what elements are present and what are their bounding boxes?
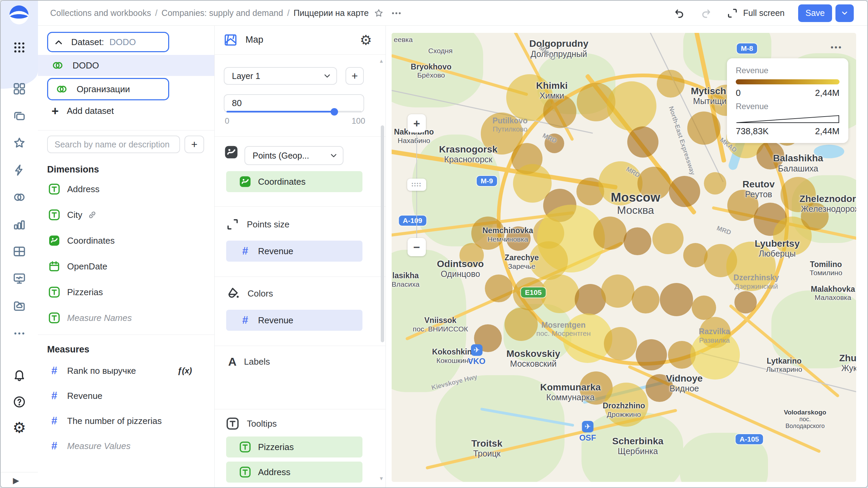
- field-search-input[interactable]: [47, 136, 180, 153]
- collapse-panel-icon[interactable]: ▶: [13, 476, 19, 485]
- dimension-row[interactable]: Address: [38, 179, 214, 199]
- dataset-item-dodo[interactable]: DODO: [38, 55, 214, 76]
- opacity-slider-handle[interactable]: [331, 108, 338, 116]
- map-city-label: BalashikhaБалашиха: [773, 153, 823, 173]
- zoom-in-button[interactable]: +: [408, 114, 426, 133]
- save-options-chevron-button[interactable]: [835, 4, 854, 22]
- breadcrumb-item[interactable]: Пиццерии на карте: [294, 8, 369, 18]
- labels-icon: A: [228, 355, 237, 368]
- scroll-down-arrow[interactable]: ▼: [379, 475, 384, 481]
- monitoring-icon[interactable]: [1, 272, 38, 285]
- apps-grid-icon[interactable]: [1, 41, 38, 54]
- dataset-panel: Dataset: DODO DODO Организации + Add dat…: [38, 25, 215, 487]
- dimension-row[interactable]: OpenDate: [38, 257, 214, 276]
- undo-icon[interactable]: [672, 6, 687, 21]
- field-chip-label: Address: [258, 467, 290, 477]
- points-size-title: Points size: [247, 219, 290, 230]
- dimension-row[interactable]: Pizzerias: [38, 282, 214, 302]
- measure-row[interactable]: #Measure Values: [38, 436, 214, 456]
- add-layer-button[interactable]: +: [346, 67, 364, 85]
- legend-size-max: 2,44M: [815, 126, 840, 137]
- dimension-row[interactable]: Measure Names: [38, 308, 214, 328]
- measure-row[interactable]: #Revenue: [38, 386, 214, 406]
- datasets-icon[interactable]: [1, 190, 38, 204]
- panel-divider: [215, 346, 386, 346]
- layer-select[interactable]: Layer 1: [224, 67, 337, 85]
- zoom-out-button[interactable]: −: [408, 238, 426, 256]
- notifications-bell-icon[interactable]: [1, 368, 38, 382]
- breadcrumb-more-icon[interactable]: [389, 6, 404, 21]
- dataset-item-organizations[interactable]: Организации: [47, 78, 169, 100]
- link-icon: [87, 210, 97, 220]
- dimensions-title: Dimensions: [47, 164, 99, 175]
- panel-scrollbar-thumb[interactable]: [381, 125, 384, 342]
- geotype-row: [224, 145, 239, 160]
- field-label: Measure Names: [67, 313, 132, 323]
- more-dots-icon[interactable]: [1, 327, 38, 340]
- zoom-slider-handle[interactable]: ••••••••: [407, 179, 426, 191]
- road-badge: M-8: [737, 43, 757, 54]
- measure-row[interactable]: #Rank по выручкеƒ(x): [38, 361, 214, 381]
- geotype-select[interactable]: Points (Geop...: [244, 146, 343, 165]
- airplane-icon: ✈: [471, 344, 482, 356]
- panel-divider: [38, 334, 214, 335]
- fullscreen-icon[interactable]: [725, 6, 740, 21]
- dimension-row[interactable]: City: [38, 205, 214, 225]
- field-type-icon: [47, 260, 61, 272]
- colors-field-chip[interactable]: # Revenue: [226, 310, 362, 331]
- quick-actions-bolt-icon[interactable]: [1, 163, 38, 177]
- tooltips-title: Tooltips: [247, 419, 277, 429]
- tooltip-field-chip[interactable]: Address: [226, 462, 362, 483]
- datalens-logo-icon[interactable]: [8, 4, 30, 27]
- breadcrumb-separator: /: [287, 8, 290, 18]
- dimension-row[interactable]: Coordinates: [38, 231, 214, 250]
- breadcrumb-item[interactable]: Companies: supply and demand: [161, 8, 283, 18]
- airplane-icon: ✈: [582, 421, 593, 432]
- geopoint-icon: [238, 175, 252, 188]
- text-field-icon: [238, 441, 252, 453]
- save-button[interactable]: Save: [798, 4, 832, 22]
- scroll-up-arrow[interactable]: ▲: [379, 58, 384, 64]
- legend-color-title: Revenue: [736, 66, 840, 75]
- points-size-field-chip[interactable]: # Revenue: [226, 241, 362, 262]
- favorites-star-icon[interactable]: [1, 136, 38, 150]
- add-dataset-button[interactable]: + Add dataset: [52, 106, 114, 116]
- dataset-select[interactable]: Dataset: DODO: [47, 32, 169, 52]
- dashboards-icon[interactable]: [1, 82, 38, 96]
- plus-icon: +: [52, 106, 59, 116]
- map-more-icon[interactable]: •••: [831, 43, 843, 52]
- charts-icon[interactable]: [1, 218, 38, 231]
- text-field-icon: [238, 466, 252, 478]
- dataset-item-label: DODO: [73, 60, 99, 71]
- settings-gear-icon[interactable]: ⚙: [1, 420, 38, 435]
- chevron-down-icon: [331, 154, 337, 158]
- collections-icon[interactable]: [1, 109, 38, 123]
- tables-icon[interactable]: [1, 245, 38, 258]
- redo-icon[interactable]: [698, 6, 713, 21]
- field-chip-label: Coordinates: [258, 177, 305, 187]
- field-label: Address: [67, 184, 99, 195]
- chevron-down-icon: [324, 74, 330, 78]
- help-icon[interactable]: [1, 395, 38, 409]
- storage-folder-icon[interactable]: [1, 299, 38, 312]
- number-field-icon: #: [238, 314, 252, 326]
- measure-row[interactable]: #The number of pizzerias: [38, 411, 214, 431]
- fullscreen-label[interactable]: Full screen: [743, 8, 785, 18]
- map-canvas[interactable]: еевкаСходняBryokhovoБрёховоDolgoprudnyДо…: [392, 33, 856, 482]
- chart-type-label: Map: [245, 35, 263, 45]
- coordinates-field-chip[interactable]: Coordinates: [226, 171, 362, 192]
- favorite-star-icon[interactable]: [371, 6, 386, 21]
- tooltips-section: Tooltips: [226, 417, 277, 430]
- add-field-button[interactable]: +: [184, 136, 204, 153]
- tooltip-field-chip[interactable]: Pizzerias: [226, 436, 362, 458]
- opacity-slider[interactable]: [226, 111, 361, 113]
- opacity-input[interactable]: [231, 98, 263, 109]
- chart-settings-gear-icon[interactable]: ⚙: [360, 32, 372, 48]
- field-type-icon: [47, 183, 61, 195]
- road-badge: E105: [521, 287, 546, 298]
- chart-settings-panel: Map ⚙ Layer 1 + 0 100 Points (Geop...: [215, 25, 386, 487]
- breadcrumb-item[interactable]: Collections and workbooks: [50, 8, 151, 18]
- formula-fx-icon: ƒ(x): [177, 366, 192, 375]
- field-type-icon: [47, 235, 61, 247]
- field-type-icon: [47, 312, 61, 324]
